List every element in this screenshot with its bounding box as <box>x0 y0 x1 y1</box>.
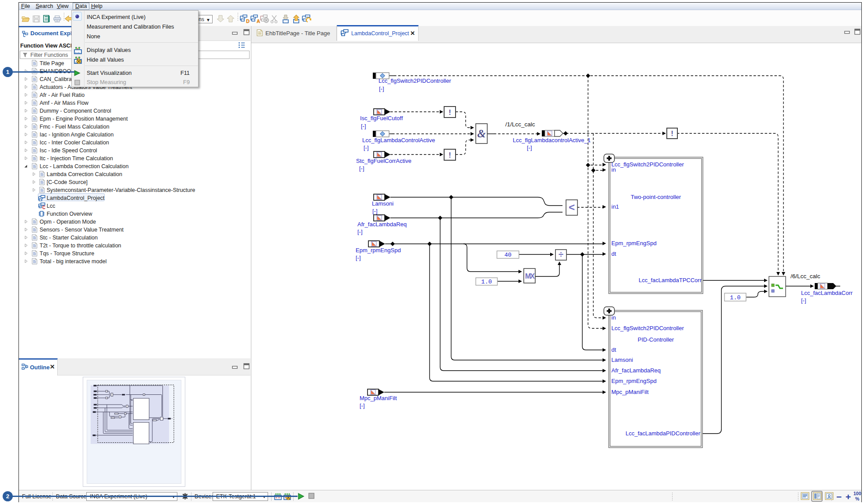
svg-text:<: < <box>569 201 575 213</box>
svg-text:dt: dt <box>611 346 616 353</box>
svg-text:/1/Lcc_calc: /1/Lcc_calc <box>505 121 535 128</box>
svg-text:[-]: [-] <box>527 144 532 151</box>
svg-text:Epm_rpmEngSpd: Epm_rpmEngSpd <box>611 378 657 384</box>
svg-text:/6/Lcc_calc: /6/Lcc_calc <box>790 273 820 280</box>
svg-text:MX: MX <box>525 272 535 280</box>
svg-text:Lcc_flgLambdacontrolActive_1: Lcc_flgLambdacontrolActive_1 <box>513 137 591 143</box>
svg-text:Lcc_flgSwitch2PIDController: Lcc_flgSwitch2PIDController <box>379 77 451 84</box>
svg-text:Epm_rpmEngSpd: Epm_rpmEngSpd <box>356 247 401 254</box>
svg-text:A: A <box>257 18 260 23</box>
svg-text:Stc_flgFuelCorrActive: Stc_flgFuelCorrActive <box>356 158 412 164</box>
svg-text:Mpc_pManiFilt: Mpc_pManiFilt <box>611 389 649 395</box>
svg-text:[-]: [-] <box>801 297 806 304</box>
svg-text:Lcc_facLambdaCorr: Lcc_facLambdaCorr <box>801 290 853 296</box>
svg-text:in: in <box>611 166 616 173</box>
svg-text:÷: ÷ <box>559 250 563 259</box>
svg-text:C: C <box>42 205 45 209</box>
svg-text:Two-point-controller: Two-point-controller <box>631 194 681 200</box>
svg-text:[-]: [-] <box>360 402 365 409</box>
svg-text:1.0: 1.0 <box>481 279 492 285</box>
svg-text:[-]: [-] <box>372 208 378 214</box>
svg-text:Isc_flgFuelCutoff: Isc_flgFuelCutoff <box>360 115 403 121</box>
svg-text:[-]: [-] <box>379 85 384 92</box>
svg-text:PID-Controller: PID-Controller <box>638 336 674 343</box>
svg-text:Lcc_facLambdaTPCCorr: Lcc_facLambdaTPCCorr <box>639 277 702 283</box>
svg-text:dt: dt <box>611 250 616 257</box>
svg-text:Lcc_flgLambdaControlActive: Lcc_flgLambdaControlActive <box>362 137 435 143</box>
svg-text:in1: in1 <box>611 203 619 210</box>
svg-text:D: D <box>246 18 250 23</box>
svg-text:Lamsoni: Lamsoni <box>611 357 633 363</box>
svg-text:!: ! <box>671 129 673 138</box>
svg-text:Lamsoni: Lamsoni <box>372 200 393 207</box>
svg-text:in: in <box>611 314 616 321</box>
svg-text:1.0: 1.0 <box>730 294 740 301</box>
svg-text:[-]: [-] <box>356 254 361 261</box>
svg-text:Afr_facLambdaReq: Afr_facLambdaReq <box>611 367 661 374</box>
svg-text:[-]: [-] <box>364 144 369 151</box>
svg-text:Afr_facLambdaReq: Afr_facLambdaReq <box>357 221 407 228</box>
svg-text:40: 40 <box>504 252 511 258</box>
svg-text:Lcc_facLambdaPIDController: Lcc_facLambdaPIDController <box>625 430 700 437</box>
svg-text:Lcc_flgSwitch2PIDController: Lcc_flgSwitch2PIDController <box>611 325 684 331</box>
svg-text:Lcc_flgSwitch2PIDController: Lcc_flgSwitch2PIDController <box>611 161 684 168</box>
svg-text:[-]: [-] <box>359 165 364 172</box>
svg-text:[-]: [-] <box>361 123 366 129</box>
svg-text:Epm_rpmEngSpd: Epm_rpmEngSpd <box>611 240 657 246</box>
svg-text:!: ! <box>449 151 451 159</box>
svg-text:!: ! <box>449 108 451 117</box>
svg-text:&: & <box>477 128 486 140</box>
svg-text:[-]: [-] <box>357 228 363 235</box>
svg-text:Mpc_pManiFilt: Mpc_pManiFilt <box>360 395 397 401</box>
